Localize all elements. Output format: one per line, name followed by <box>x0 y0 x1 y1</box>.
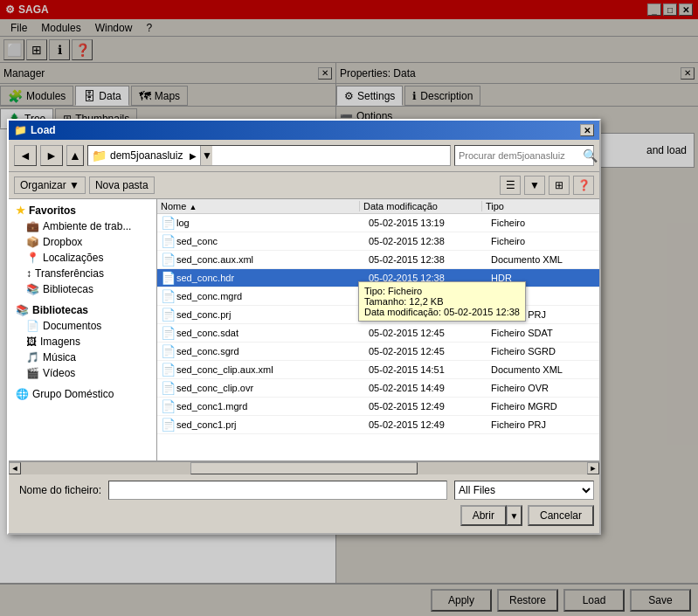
file-toolbar: Organizar ▼ Nova pasta ☰ ▼ ⊞ ❓ <box>9 172 599 199</box>
path-text: dem5joanasluiz <box>110 149 183 162</box>
file-date: 05-02-2015 12:38 <box>369 236 491 246</box>
nav-item-dropbox[interactable]: 📦 Dropbox <box>12 234 153 250</box>
videos-icon: 🎬 <box>26 367 39 379</box>
col-header-date[interactable]: Data modificação <box>360 201 482 211</box>
sort-arrow: ▲ <box>189 203 197 211</box>
localizacoes-label: Localizações <box>43 252 103 264</box>
filename-input[interactable] <box>108 481 447 500</box>
nav-item-imagens[interactable]: 🖼 Imagens <box>12 334 153 350</box>
table-row[interactable]: 📄sed_conc.aux.xml05-02-2015 12:38Documen… <box>157 251 599 269</box>
table-row[interactable]: 📄sed_conc_clip.ovr05-02-2015 14:49Fichei… <box>157 379 599 398</box>
tooltip-tamanho: Tamanho: 12,2 KB <box>364 296 520 307</box>
table-row[interactable]: 📄sed_conc_clip.aux.xml05-02-2015 14:51Do… <box>157 361 599 379</box>
organize-button[interactable]: Organizar ▼ <box>14 176 86 194</box>
location-icon: 📍 <box>26 252 39 264</box>
file-icon: 📄 <box>161 381 176 395</box>
help-button[interactable]: ❓ <box>573 176 594 195</box>
table-row[interactable]: 📄log05-02-2015 13:19Ficheiro <box>157 214 599 232</box>
view-grid-button[interactable]: ▼ <box>524 176 545 195</box>
path-separator: ▶ <box>190 151 197 161</box>
transferencias-label: Transferências <box>35 267 104 280</box>
nav-up-button[interactable]: ▲ <box>66 145 84 166</box>
file-name: sed_conc <box>176 236 369 246</box>
file-icon: 📄 <box>161 418 176 432</box>
table-row[interactable]: 📄sed_conc.sdat05-02-2015 12:45Ficheiro S… <box>157 324 599 343</box>
search-icon: 🔍 <box>583 149 598 163</box>
nav-back-button[interactable]: ◄ <box>14 145 37 166</box>
open-button[interactable]: Abrir <box>460 505 507 526</box>
horizontal-scrollbar[interactable]: ◄ ► <box>9 461 599 474</box>
nav-item-documentos[interactable]: 📄 Documentos <box>12 318 153 334</box>
file-name: sed_conc.aux.xml <box>176 254 369 265</box>
images-icon: 🖼 <box>26 336 37 348</box>
file-type: Ficheiro SDAT <box>491 328 596 338</box>
table-row[interactable]: 📄sed_conc05-02-2015 12:38Ficheiro <box>157 232 599 251</box>
col-header-type[interactable]: Tipo <box>482 201 587 211</box>
path-dropdown-button[interactable]: ▼ <box>200 146 212 165</box>
music-icon: 🎵 <box>26 351 39 363</box>
scroll-left-button[interactable]: ◄ <box>9 462 21 474</box>
file-actions: Abrir ▼ Cancelar <box>14 505 594 526</box>
cancel-button[interactable]: Cancelar <box>528 505 594 526</box>
file-icon: 📄 <box>161 308 176 322</box>
bibliotecas-label: Bibliotecas <box>43 283 93 295</box>
search-box: 🔍 <box>454 145 594 166</box>
view-pane-button[interactable]: ⊞ <box>549 176 570 195</box>
col-header-name[interactable]: Nome ▲ <box>157 201 360 211</box>
libs-icon: 📚 <box>16 304 29 316</box>
nav-item-videos[interactable]: 🎬 Vídeos <box>12 365 153 381</box>
nav-item-localizacoes[interactable]: 📍 Localizações <box>12 250 153 266</box>
table-row[interactable]: 📄sed_conc.sgrd05-02-2015 12:45Ficheiro S… <box>157 343 599 361</box>
table-row[interactable]: 📄sed_conc1.prj05-02-2015 12:49Ficheiro P… <box>157 416 599 434</box>
open-dropdown-button[interactable]: ▼ <box>507 505 522 526</box>
nav-item-transferencias[interactable]: ↕ Transferências <box>12 266 153 281</box>
search-input[interactable] <box>459 150 579 161</box>
new-folder-button[interactable]: Nova pasta <box>89 176 155 194</box>
path-box[interactable]: 📁 dem5joanasluiz ▶ ▼ <box>87 145 451 166</box>
desktop-icon: 💼 <box>26 220 39 232</box>
view-list-button[interactable]: ☰ <box>500 176 521 195</box>
favorites-section: ★ Favoritos 💼 Ambiente de trab... 📦 Drop… <box>12 203 153 297</box>
star-icon: ★ <box>16 204 25 217</box>
file-list: Nome ▲ Data modificação Tipo 📄log05-02-2… <box>157 199 599 460</box>
tooltip-tipo: Tipo: Ficheiro <box>364 286 520 296</box>
scroll-right-button[interactable]: ► <box>587 462 599 474</box>
dialog-title-text: Load <box>31 124 580 136</box>
dialog-close-button[interactable]: ✕ <box>580 124 594 136</box>
file-icon: 📄 <box>161 216 176 230</box>
file-type: Documento XML <box>491 364 596 375</box>
file-list-header: Nome ▲ Data modificação Tipo <box>157 199 599 214</box>
docs-icon: 📄 <box>26 320 39 332</box>
file-date: 05-02-2015 12:38 <box>369 254 491 265</box>
table-row[interactable]: 📄sed_conc1.mgrd05-02-2015 12:49Ficheiro … <box>157 398 599 416</box>
nav-item-musica[interactable]: 🎵 Música <box>12 350 153 365</box>
file-type: Documento XML <box>491 254 596 265</box>
nav-item-favorites-header: ★ Favoritos <box>12 203 153 218</box>
scroll-track[interactable] <box>21 462 587 474</box>
file-icon: 📄 <box>161 326 176 340</box>
file-name: sed_conc_clip.ovr <box>176 383 369 393</box>
dropbox-icon: 📦 <box>26 236 39 248</box>
nav-item-ambiente[interactable]: 💼 Ambiente de trab... <box>12 218 153 234</box>
dialog-title-bar: 📁 Load ✕ <box>9 121 599 140</box>
file-rows-container: 📄log05-02-2015 13:19Ficheiro📄sed_conc05-… <box>157 214 599 434</box>
library-icon: 📚 <box>26 283 39 295</box>
nav-forward-button[interactable]: ► <box>40 145 63 166</box>
file-type: Ficheiro OVR <box>491 383 596 393</box>
file-type: Ficheiro MGRD <box>491 401 596 412</box>
ambiente-label: Ambiente de trab... <box>43 220 131 232</box>
file-name: sed_conc1.mgrd <box>176 401 369 412</box>
file-icon: 📄 <box>161 399 176 413</box>
tooltip-data: Data modificação: 05-02-2015 12:38 <box>364 307 520 317</box>
file-name: sed_conc.mgrd <box>176 291 369 301</box>
file-name: log <box>176 218 369 228</box>
file-bottom: Nome do ficheiro: All Files Abrir ▼ Canc… <box>9 474 599 533</box>
filename-row: Nome do ficheiro: All Files <box>14 481 594 500</box>
file-date: 05-02-2015 14:49 <box>369 383 491 393</box>
filetype-select[interactable]: All Files <box>454 481 594 500</box>
dialog-icon: 📁 <box>14 124 27 136</box>
grupo-section: 🌐 Grupo Doméstico <box>12 386 153 402</box>
nav-item-grupo[interactable]: 🌐 Grupo Doméstico <box>12 386 153 402</box>
scroll-thumb[interactable] <box>190 462 417 474</box>
nav-item-bibliotecas[interactable]: 📚 Bibliotecas <box>12 281 153 297</box>
